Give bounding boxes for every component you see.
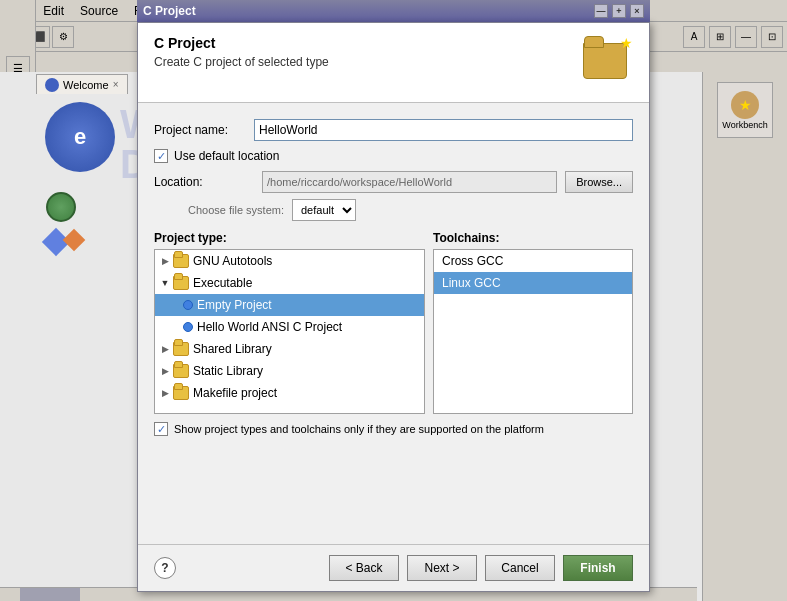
- tree-item-hello-world[interactable]: Hello World ANSI C Project: [155, 316, 424, 338]
- help-button[interactable]: ?: [154, 557, 176, 579]
- toolchains-panel: Toolchains: Cross GCC Linux GCC: [433, 231, 633, 414]
- star-badge: ★: [620, 35, 633, 51]
- cancel-button[interactable]: Cancel: [485, 555, 555, 581]
- platform-checkbox[interactable]: ✓: [154, 422, 168, 436]
- toolchains-list: Cross GCC Linux GCC: [433, 249, 633, 414]
- platform-row: ✓ Show project types and toolchains only…: [154, 422, 633, 436]
- tree-item-executable[interactable]: ▼ Executable: [155, 272, 424, 294]
- dialog-header-icon: ★: [583, 35, 633, 85]
- window-title: C Project: [143, 4, 196, 18]
- project-name-input[interactable]: [254, 119, 633, 141]
- dot-empty-project: [183, 300, 193, 310]
- filesystem-row: Choose file system: default: [154, 199, 633, 221]
- project-type-panel: Project type: ▶ GNU Autotools ▼ Exec: [154, 231, 425, 414]
- tree-arrow-static: ▶: [159, 365, 171, 377]
- location-input[interactable]: [262, 171, 557, 193]
- tree-label-executable: Executable: [193, 276, 252, 290]
- tree-arrow-gnu: ▶: [159, 255, 171, 267]
- folder-icon-executable: [173, 276, 189, 290]
- location-label: Location:: [154, 175, 254, 189]
- tree-item-makefile[interactable]: ▶ Makefile project: [155, 382, 424, 404]
- browse-button[interactable]: Browse...: [565, 171, 633, 193]
- tree-label-empty-project: Empty Project: [197, 298, 272, 312]
- list-item-linux-gcc[interactable]: Linux GCC: [434, 272, 632, 294]
- tree-item-gnu-autotools[interactable]: ▶ GNU Autotools: [155, 250, 424, 272]
- dialog-header: C Project Create C project of selected t…: [138, 23, 649, 103]
- tree-label-shared-library: Shared Library: [193, 342, 272, 356]
- close-button[interactable]: ×: [630, 4, 644, 18]
- back-button[interactable]: < Back: [329, 555, 399, 581]
- filesystem-label: Choose file system:: [154, 204, 284, 216]
- dialog-overlay: C Project — + × C Project Create C proje…: [0, 0, 787, 601]
- use-default-location-checkbox[interactable]: ✓: [154, 149, 168, 163]
- next-button[interactable]: Next >: [407, 555, 477, 581]
- toolchains-label: Toolchains:: [433, 231, 633, 245]
- project-type-tree: ▶ GNU Autotools ▼ Executable: [154, 249, 425, 414]
- cross-gcc-label: Cross GCC: [442, 254, 503, 268]
- dialog-body: Project name: ✓ Use default location Loc…: [138, 103, 649, 544]
- project-name-row: Project name:: [154, 119, 633, 141]
- tree-item-static-library[interactable]: ▶ Static Library: [155, 360, 424, 382]
- filesystem-select[interactable]: default: [292, 199, 356, 221]
- tree-label-makefile: Makefile project: [193, 386, 277, 400]
- dialog-subtitle: Create C project of selected type: [154, 55, 583, 69]
- finish-button[interactable]: Finish: [563, 555, 633, 581]
- dialog-footer: ? < Back Next > Cancel Finish: [138, 544, 649, 591]
- tree-item-empty-project[interactable]: Empty Project: [155, 294, 424, 316]
- dialog-header-text: C Project Create C project of selected t…: [154, 35, 583, 69]
- linux-gcc-label: Linux GCC: [442, 276, 501, 290]
- use-default-location-label: Use default location: [174, 149, 279, 163]
- list-item-cross-gcc[interactable]: Cross GCC: [434, 250, 632, 272]
- folder-icon-makefile: [173, 386, 189, 400]
- folder-icon-shared: [173, 342, 189, 356]
- dialog: C Project Create C project of selected t…: [137, 22, 650, 592]
- tree-arrow-executable: ▼: [159, 277, 171, 289]
- project-type-label: Project type:: [154, 231, 425, 245]
- folder-icon-gnu: [173, 254, 189, 268]
- folder-icon-static: [173, 364, 189, 378]
- tree-arrow-makefile: ▶: [159, 387, 171, 399]
- location-row: Location: Browse...: [154, 171, 633, 193]
- tree-label-static-library: Static Library: [193, 364, 263, 378]
- platform-label: Show project types and toolchains only i…: [174, 423, 544, 435]
- tree-label-hello-world: Hello World ANSI C Project: [197, 320, 342, 334]
- titlebar-controls: — + ×: [594, 4, 644, 18]
- dialog-title: C Project: [154, 35, 583, 51]
- panels-row: Project type: ▶ GNU Autotools ▼ Exec: [154, 231, 633, 414]
- project-name-label: Project name:: [154, 123, 254, 137]
- window-titlebar: C Project — + ×: [137, 0, 650, 22]
- use-default-location-row: ✓ Use default location: [154, 149, 633, 163]
- tree-label-gnu: GNU Autotools: [193, 254, 272, 268]
- maximize-button[interactable]: +: [612, 4, 626, 18]
- minimize-button[interactable]: —: [594, 4, 608, 18]
- dot-hello-world: [183, 322, 193, 332]
- tree-item-shared-library[interactable]: ▶ Shared Library: [155, 338, 424, 360]
- tree-arrow-shared: ▶: [159, 343, 171, 355]
